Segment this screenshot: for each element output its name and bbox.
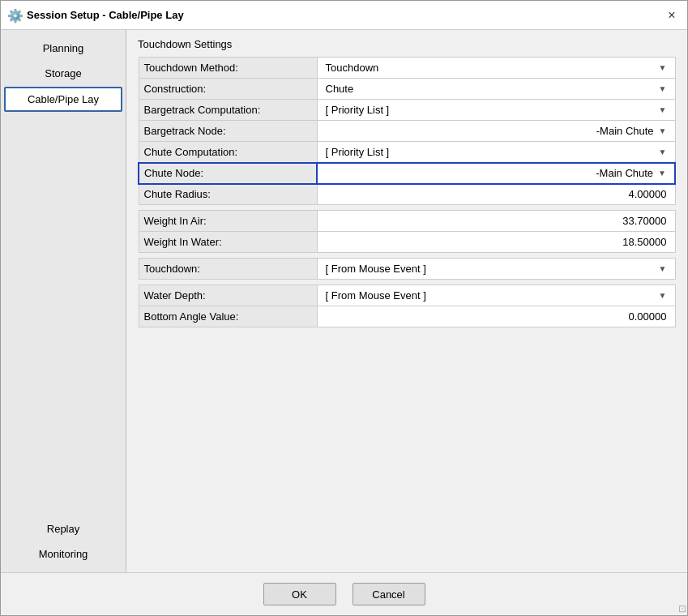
spacer-row [139,280,675,285]
row-value-bargetrack-computation[interactable]: [ Priority List ] ▼ [317,100,675,121]
window-title: Session Setup - Cable/Pipe Lay [27,9,184,21]
row-value-weight-air[interactable]: 33.70000 [317,211,675,232]
table-row: Weight In Air: 33.70000 [139,211,675,232]
table-row-focused: Chute Node: -Main Chute ▼ [139,163,675,184]
dropdown-arrow-icon: ▼ [659,126,667,135]
row-value-touchdown[interactable]: [ From Mouse Event ] ▼ [317,259,675,280]
dropdown-arrow-icon: ▼ [659,291,667,300]
main-window: ⚙️ Session Setup - Cable/Pipe Lay × Plan… [0,0,688,616]
dropdown-value: Chute [326,83,659,95]
row-value-chute-computation[interactable]: [ Priority List ] ▼ [317,142,675,163]
dropdown-value: -Main Chute [326,167,658,179]
row-label-touchdown-method: Touchdown Method: [139,58,317,79]
row-value-weight-water[interactable]: 18.50000 [317,232,675,253]
title-bar: ⚙️ Session Setup - Cable/Pipe Lay × [1,1,687,30]
table-row: Bottom Angle Value: 0.00000 [139,306,675,327]
sidebar-item-storage[interactable]: Storage [4,62,122,85]
dropdown-arrow-icon: ▼ [659,105,667,114]
row-label-chute-node: Chute Node: [139,163,317,184]
row-label-touchdown: Touchdown: [139,259,317,280]
table-row: Touchdown: [ From Mouse Event ] ▼ [139,259,675,280]
table-row: Bargetrack Computation: [ Priority List … [139,100,675,121]
dropdown-value: [ Priority List ] [326,104,659,116]
sidebar-bottom: Replay Monitoring [4,517,122,566]
main-content: Planning Storage Cable/Pipe Lay Replay M… [1,30,687,572]
row-value-chute-node[interactable]: -Main Chute ▼ [317,163,675,184]
sidebar-item-monitoring[interactable]: Monitoring [4,542,122,566]
table-row: Construction: Chute ▼ [139,79,675,100]
dropdown-arrow-icon: ▼ [659,148,667,156]
spacer-row [139,253,675,259]
dropdown-value: [ From Mouse Event ] [326,263,659,275]
resize-grip: ⊡ [678,603,686,614]
dropdown-value: -Main Chute [326,125,659,137]
table-row: Touchdown Method: Touchdown ▼ [139,58,675,79]
footer: OK Cancel [1,572,687,615]
ok-button[interactable]: OK [263,583,336,605]
row-value-chute-radius[interactable]: 4.00000 [317,184,675,205]
table-row: Chute Radius: 4.00000 [139,184,675,205]
sidebar-item-replay[interactable]: Replay [4,517,122,541]
number-value: 18.50000 [323,236,670,248]
cancel-button[interactable]: Cancel [353,583,425,605]
table-row: Water Depth: [ From Mouse Event ] ▼ [139,285,675,306]
dropdown-arrow-icon: ▼ [659,84,667,93]
row-label-weight-water: Weight In Water: [139,232,317,253]
row-label-weight-air: Weight In Air: [139,211,317,232]
number-value: 33.70000 [323,215,670,227]
row-value-construction[interactable]: Chute ▼ [317,79,675,100]
window-icon: ⚙️ [7,8,22,23]
dropdown-arrow-icon: ▼ [659,264,667,273]
dropdown-value: [ From Mouse Event ] [326,289,659,302]
row-label-construction: Construction: [139,79,317,100]
row-label-bargetrack-computation: Bargetrack Computation: [139,100,317,121]
row-value-touchdown-method[interactable]: Touchdown ▼ [317,58,675,79]
number-value: 0.00000 [323,310,670,323]
number-value: 4.00000 [323,188,670,200]
row-value-bottom-angle[interactable]: 0.00000 [317,306,675,327]
row-label-water-depth: Water Depth: [139,285,317,306]
dropdown-value: Touchdown [326,62,659,74]
sidebar: Planning Storage Cable/Pipe Lay Replay M… [1,30,126,572]
panel-title: Touchdown Settings [138,38,676,50]
row-label-chute-computation: Chute Computation: [139,142,317,163]
table-row: Weight In Water: 18.50000 [139,232,675,253]
sidebar-item-cablepipelay[interactable]: Cable/Pipe Lay [4,87,122,112]
sidebar-top: Planning Storage Cable/Pipe Lay [4,36,122,112]
spacer-row [139,205,675,211]
row-label-chute-radius: Chute Radius: [139,184,317,205]
row-value-water-depth[interactable]: [ From Mouse Event ] ▼ [317,285,675,306]
settings-panel: Touchdown Settings Touchdown Method: Tou… [126,30,687,572]
dropdown-arrow-icon: ▼ [658,169,666,178]
table-row: Chute Computation: [ Priority List ] ▼ [139,142,675,163]
row-label-bargetrack-node: Bargetrack Node: [139,121,317,142]
settings-table: Touchdown Method: Touchdown ▼ Constructi… [138,57,676,327]
row-value-bargetrack-node[interactable]: -Main Chute ▼ [317,121,675,142]
row-label-bottom-angle: Bottom Angle Value: [139,306,317,327]
sidebar-item-planning[interactable]: Planning [4,36,122,60]
close-button[interactable]: × [663,6,681,24]
table-row: Bargetrack Node: -Main Chute ▼ [139,121,675,142]
dropdown-value: [ Priority List ] [326,146,659,158]
dropdown-arrow-icon: ▼ [659,63,667,72]
